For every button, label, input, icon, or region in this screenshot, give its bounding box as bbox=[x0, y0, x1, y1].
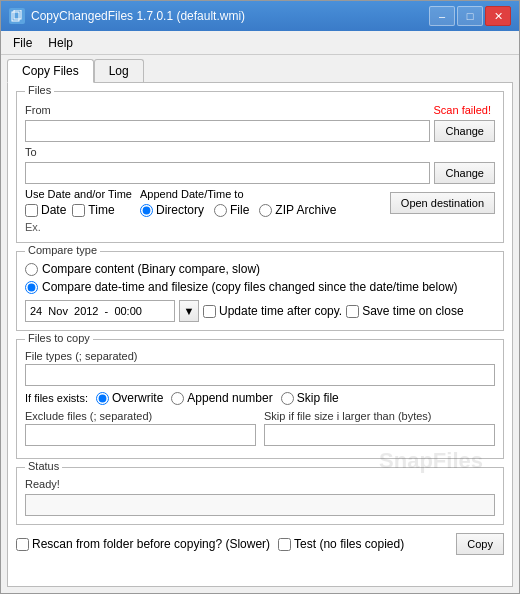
files-section-title: Files bbox=[25, 84, 54, 96]
files-to-copy-section: Files to copy File types (; separated) I… bbox=[16, 339, 504, 459]
to-change-button[interactable]: Change bbox=[434, 162, 495, 184]
compare-datetime-group: Compare date-time and filesize (copy fil… bbox=[25, 280, 495, 294]
if-files-exists-label: If files exists: bbox=[25, 392, 88, 404]
compare-datetime-label: Compare date-time and filesize (copy fil… bbox=[42, 280, 458, 294]
status-section: Status Ready! SnapFiles bbox=[16, 467, 504, 525]
file-types-input[interactable] bbox=[25, 364, 495, 386]
overwrite-group: Overwrite bbox=[96, 391, 163, 405]
ex-label: Ex. bbox=[25, 221, 41, 233]
file-radio-group: File bbox=[214, 203, 249, 217]
menu-bar: File Help bbox=[1, 31, 519, 55]
skip-size-col: Skip if file size i larger than (bytes) bbox=[264, 410, 495, 446]
tab-log[interactable]: Log bbox=[94, 59, 144, 82]
skip-file-group: Skip file bbox=[281, 391, 339, 405]
status-title: Status bbox=[25, 460, 62, 472]
overwrite-radio[interactable] bbox=[96, 392, 109, 405]
append-number-label: Append number bbox=[187, 391, 272, 405]
compare-type-section: Compare type Compare content (Binary com… bbox=[16, 251, 504, 331]
compare-type-title: Compare type bbox=[25, 244, 100, 256]
minimize-button[interactable]: – bbox=[429, 6, 455, 26]
zip-radio[interactable] bbox=[259, 204, 272, 217]
directory-radio[interactable] bbox=[140, 204, 153, 217]
skip-file-label: Skip file bbox=[297, 391, 339, 405]
app-icon bbox=[9, 8, 25, 24]
overwrite-label: Overwrite bbox=[112, 391, 163, 405]
datetime-input[interactable] bbox=[25, 300, 175, 322]
bottom-bar: Rescan from folder before copying? (Slow… bbox=[16, 533, 504, 555]
title-bar-left: CopyChangedFiles 1.7.0.1 (default.wmi) bbox=[9, 8, 245, 24]
from-row: From Scan failed! bbox=[25, 104, 495, 116]
skip-size-label: Skip if file size i larger than (bytes) bbox=[264, 410, 495, 422]
file-radio[interactable] bbox=[214, 204, 227, 217]
to-label: To bbox=[25, 146, 45, 158]
directory-label: Directory bbox=[156, 203, 204, 217]
tab-copy-files[interactable]: Copy Files bbox=[7, 59, 94, 83]
main-window: CopyChangedFiles 1.7.0.1 (default.wmi) –… bbox=[0, 0, 520, 594]
save-time-label: Save time on close bbox=[362, 304, 463, 318]
rescan-label: Rescan from folder before copying? (Slow… bbox=[32, 537, 270, 551]
update-time-checkbox[interactable] bbox=[203, 305, 216, 318]
main-content: Files From Scan failed! Change To Change bbox=[7, 82, 513, 587]
date-checkbox-group: Date bbox=[25, 203, 66, 217]
menu-help[interactable]: Help bbox=[40, 33, 81, 53]
time-checkbox[interactable] bbox=[72, 204, 85, 217]
svg-rect-0 bbox=[12, 12, 19, 21]
test-label: Test (no files copied) bbox=[294, 537, 404, 551]
from-input[interactable] bbox=[25, 120, 430, 142]
from-input-row: Change bbox=[25, 120, 495, 142]
open-destination-button[interactable]: Open destination bbox=[390, 192, 495, 214]
from-label: From bbox=[25, 104, 51, 116]
directory-radio-group: Directory bbox=[140, 203, 204, 217]
files-section: Files From Scan failed! Change To Change bbox=[16, 91, 504, 243]
time-checkbox-group: Time bbox=[72, 203, 114, 217]
append-number-group: Append number bbox=[171, 391, 272, 405]
append-number-radio[interactable] bbox=[171, 392, 184, 405]
files-to-copy-title: Files to copy bbox=[25, 332, 93, 344]
title-buttons: – □ ✕ bbox=[429, 6, 511, 26]
exclude-skip-row: Exclude files (; separated) Skip if file… bbox=[25, 410, 495, 446]
status-text: Ready! bbox=[25, 478, 495, 490]
date-label: Date bbox=[41, 203, 66, 217]
save-time-group: Save time on close bbox=[346, 304, 463, 318]
exclude-files-label: Exclude files (; separated) bbox=[25, 410, 256, 422]
menu-file[interactable]: File bbox=[5, 33, 40, 53]
file-types-label: File types (; separated) bbox=[25, 350, 495, 362]
datetime-dropdown-button[interactable]: ▼ bbox=[179, 300, 199, 322]
svg-rect-1 bbox=[14, 10, 21, 19]
compare-content-label: Compare content (Binary compare, slow) bbox=[42, 262, 260, 276]
use-datetime-label: Use Date and/or Time bbox=[25, 188, 132, 200]
to-input-row: Change bbox=[25, 162, 495, 184]
title-bar: CopyChangedFiles 1.7.0.1 (default.wmi) –… bbox=[1, 1, 519, 31]
scan-failed-text: Scan failed! bbox=[55, 104, 495, 116]
exclude-files-input[interactable] bbox=[25, 424, 256, 446]
status-bar-input bbox=[25, 494, 495, 516]
compare-content-radio[interactable] bbox=[25, 263, 38, 276]
maximize-button[interactable]: □ bbox=[457, 6, 483, 26]
skip-file-radio[interactable] bbox=[281, 392, 294, 405]
append-datetime-label: Append Date/Time to bbox=[140, 188, 382, 200]
append-date-options: Directory File ZIP Archive bbox=[140, 203, 382, 217]
test-group: Test (no files copied) bbox=[278, 537, 404, 551]
skip-size-input[interactable] bbox=[264, 424, 495, 446]
tabs: Copy Files Log bbox=[1, 55, 519, 82]
compare-datetime-radio[interactable] bbox=[25, 281, 38, 294]
rescan-group: Rescan from folder before copying? (Slow… bbox=[16, 537, 270, 551]
file-label: File bbox=[230, 203, 249, 217]
window-title: CopyChangedFiles 1.7.0.1 (default.wmi) bbox=[31, 9, 245, 23]
update-time-label: Update time after copy. bbox=[219, 304, 342, 318]
rescan-checkbox[interactable] bbox=[16, 538, 29, 551]
compare-content-group: Compare content (Binary compare, slow) bbox=[25, 262, 495, 276]
date-checkbox[interactable] bbox=[25, 204, 38, 217]
close-button[interactable]: ✕ bbox=[485, 6, 511, 26]
to-input[interactable] bbox=[25, 162, 430, 184]
time-label: Time bbox=[88, 203, 114, 217]
copy-button[interactable]: Copy bbox=[456, 533, 504, 555]
save-time-checkbox[interactable] bbox=[346, 305, 359, 318]
zip-label: ZIP Archive bbox=[275, 203, 336, 217]
zip-radio-group: ZIP Archive bbox=[259, 203, 336, 217]
exclude-files-col: Exclude files (; separated) bbox=[25, 410, 256, 446]
update-time-group: Update time after copy. bbox=[203, 304, 342, 318]
to-row: To bbox=[25, 146, 495, 158]
test-checkbox[interactable] bbox=[278, 538, 291, 551]
from-change-button[interactable]: Change bbox=[434, 120, 495, 142]
